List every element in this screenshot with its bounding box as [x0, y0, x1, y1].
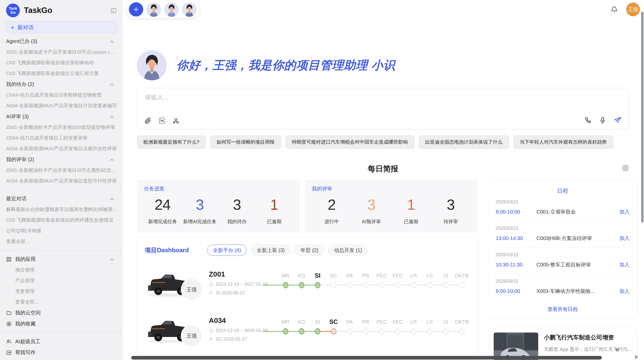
milestone-node: [379, 328, 384, 335]
attachment-icon[interactable]: [144, 117, 152, 124]
recent-chat-item[interactable]: C02-飞腾新能源轻客改款项目的闭环通告反馈情况: [6, 215, 118, 226]
suggestion-chip[interactable]: 比亚迪全固态电池计划具体说了什么: [419, 135, 509, 149]
dashboard-tab[interactable]: 全新上装 (3): [251, 245, 290, 256]
sidebar-item-creative-draw[interactable]: 创意制图: [6, 358, 118, 360]
section-my-review[interactable]: 我的评审 (2): [6, 154, 118, 165]
sidebar-item-favorites[interactable]: 我的收藏: [6, 318, 118, 329]
sidebar-item[interactable]: Z001-全新燃油轻卡产品开发项目SI节点属性5D文件评审: [6, 165, 118, 176]
scroll-right-arrow-icon[interactable]: [635, 355, 638, 359]
sidebar-header: Task Go TaskGo: [0, 0, 123, 19]
app-sub-item[interactable]: 产品管理: [6, 275, 118, 286]
schedule-event-title: X003-车辆动力学性能验...: [536, 288, 619, 295]
favorites-label: 我的收藏: [15, 320, 36, 327]
milestone-node: [283, 328, 288, 335]
dashboard-tab[interactable]: 动总开发 (1): [328, 245, 368, 256]
notification-bell-icon[interactable]: [610, 6, 618, 13]
app-sub-item[interactable]: 项目管理: [6, 265, 118, 275]
news-card[interactable]: 小鹏飞行汽车制造公司增资 天眼查 App 显示，近日广州汇天飞行汽...: [488, 328, 637, 360]
chat-input[interactable]: [145, 93, 614, 109]
milestone-node: [459, 328, 464, 335]
project-row-a034[interactable]: 王强 A034 2023-12-19 ~ 2026-01-19 SC-2025-…: [145, 310, 470, 348]
section-recent-chats[interactable]: 最近对话: [6, 193, 118, 204]
plus-icon: [133, 6, 140, 13]
stat-label: AI预评审: [352, 218, 391, 225]
scissors-icon[interactable]: [172, 117, 180, 124]
layout-grid-icon[interactable]: [622, 164, 629, 172]
milestone-label: PEC: [374, 318, 390, 326]
join-link[interactable]: 加入: [619, 235, 630, 242]
join-link[interactable]: 加入: [619, 208, 630, 215]
milestone-label: LR: [406, 318, 422, 326]
schedule-time: 13:00-14:30: [496, 235, 536, 241]
milestone: SI: [310, 271, 326, 295]
sidebar-item-help-write[interactable]: 帮我写作: [6, 347, 118, 358]
section-my-todo[interactable]: 我的待办 (2): [6, 79, 118, 90]
section-title: Agent已办 (3): [6, 38, 37, 45]
user-avatar[interactable]: 王强: [626, 3, 640, 16]
milestone: J1: [438, 271, 454, 295]
milestone-label: MR: [277, 318, 294, 326]
schedule-event-title: C001-立项审批会: [536, 208, 619, 215]
milestone-connector: [288, 285, 299, 286]
sidebar-item-cloud-space[interactable]: 我的云空间: [6, 307, 118, 318]
suggestion-chip[interactable]: 当下年轻人对汽车外观有怎样的喜好趋势: [513, 135, 613, 149]
stat-value: 3: [181, 196, 218, 213]
image-upload-icon[interactable]: [158, 117, 166, 124]
sidebar-item[interactable]: C0X4-动力总成开发项目工程变更评审: [6, 133, 118, 143]
sidebar-item[interactable]: C02-飞腾新能源轻客改款项目立项汇报方案: [6, 68, 118, 79]
recent-chat-item[interactable]: 解释最新出台的欧盟报废车法规再生塑料比例被调至15%...: [6, 204, 118, 215]
horizontal-scrollbar[interactable]: [131, 356, 602, 359]
app-sub-item[interactable]: 变更管理: [6, 286, 118, 297]
dashboard-tab[interactable]: 全新平台 (4): [207, 245, 247, 256]
microphone-icon[interactable]: [599, 116, 606, 124]
vertical-scrollbar[interactable]: [641, 12, 643, 223]
sidebar-item[interactable]: A034-全新新能源MUV产品开发项目法规符合性评审: [6, 143, 118, 154]
sidebar-item-my-apps[interactable]: 我的应用: [6, 254, 118, 265]
join-link[interactable]: 加入: [619, 261, 630, 268]
milestone-label: MR: [277, 271, 294, 280]
sidebar-item[interactable]: C02-飞腾新能源轻客改款项目里程碑画布: [6, 57, 118, 68]
join-link[interactable]: 加入: [619, 288, 630, 295]
stat-value: 3: [218, 196, 256, 213]
project-row-z001[interactable]: 王强 Z001 2023-12-19 ~ 2027-01-19 SI-2025-…: [145, 264, 470, 302]
recent-chat-item[interactable]: 公司Q3轻卡销量: [6, 226, 118, 236]
milestone: PA: [342, 318, 358, 341]
app-sub-item[interactable]: 查看全部...: [6, 297, 118, 307]
section-ai-review[interactable]: AI评审 (3): [6, 111, 118, 122]
chevron-up-icon: [110, 196, 114, 202]
schedule-time: 9:00-10:00: [496, 288, 536, 294]
dashboard-tab[interactable]: 年型 (2): [295, 245, 324, 256]
milestone-track: MR KO: [275, 271, 470, 295]
section-agent-done[interactable]: Agent已办 (3): [6, 36, 118, 47]
milestone: MR: [277, 271, 294, 295]
divider: [0, 250, 123, 250]
conversation-avatar-2[interactable]: [164, 2, 179, 17]
plus-icon: +: [11, 24, 14, 31]
sidebar-collapse-icon[interactable]: [110, 7, 117, 14]
sidebar-item[interactable]: A034-全新新能源MUV产品开发项目计划变更表编写: [6, 100, 118, 111]
recent-chat-item[interactable]: 查看全部...: [6, 236, 118, 247]
scroll-down-hint-icon[interactable]: [615, 349, 620, 352]
schedule-event-title: C003|H0B-方案冻结评审: [536, 235, 619, 242]
task-progress-card: 任务进度 24 新增完成任务 3: [137, 180, 300, 233]
conversation-avatar-1[interactable]: [147, 2, 161, 17]
suggestion-chip[interactable]: 特朗普可能对进口汽车增税会对中国车企造成哪些影响: [285, 135, 415, 149]
sidebar-item[interactable]: Z001-全新燃油皮卡产品开发项目SI节点Lesson Learn报告: [6, 47, 118, 57]
conversation-avatar-3[interactable]: [182, 2, 197, 17]
new-chat-button[interactable]: + 新对话: [6, 21, 117, 33]
app-logo: Task Go: [6, 4, 20, 17]
suggestion-chip[interactable]: 如何写一份清晰的项目周报: [210, 135, 281, 149]
sidebar-item[interactable]: A034-全新新能源MUV产品开发项目造型可行性评审: [6, 176, 118, 186]
suggestion-chip[interactable]: 欧洲新规最近颁布了什么?: [137, 135, 206, 149]
milestone-label: PEC: [374, 271, 390, 280]
milestone: SI: [310, 318, 326, 341]
sidebar-item[interactable]: C0X4-动力总成开发项目SI里程碑提交物检查: [6, 90, 118, 100]
sidebar-item-ai-employee[interactable]: AI超级员工: [6, 336, 118, 347]
phone-call-icon[interactable]: [584, 116, 592, 124]
view-all-schedule-link[interactable]: 查看所有日程: [496, 306, 630, 313]
add-conversation-button[interactable]: [129, 2, 143, 17]
write-doc-icon: [6, 350, 12, 355]
sidebar-item[interactable]: Z001-全新燃油轻卡产品开发项目SI造型提交物评审: [6, 122, 118, 133]
milestone-node: [331, 282, 336, 288]
send-icon[interactable]: [613, 116, 622, 124]
